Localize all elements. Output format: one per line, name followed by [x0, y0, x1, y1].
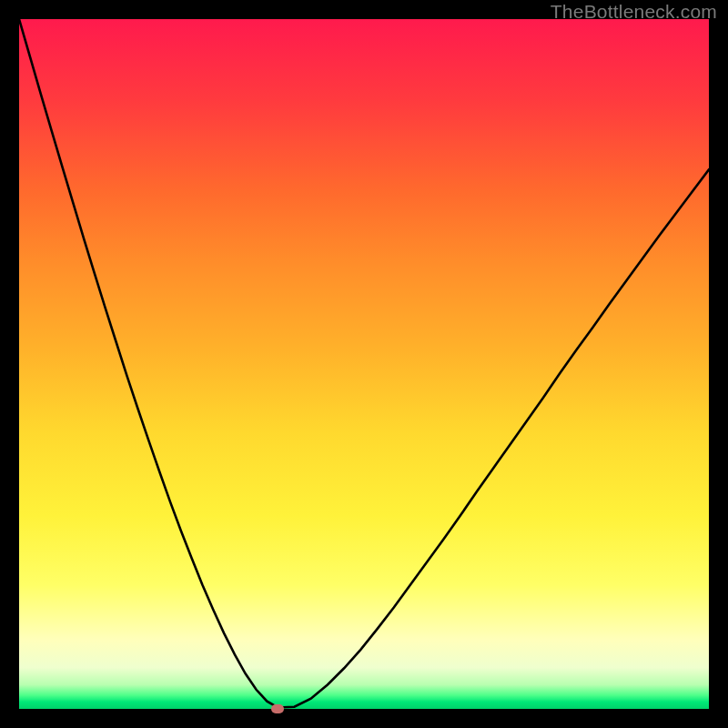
optimal-point-marker: [271, 704, 284, 713]
chart-area: [19, 19, 709, 709]
bottleneck-curve: [19, 19, 709, 709]
